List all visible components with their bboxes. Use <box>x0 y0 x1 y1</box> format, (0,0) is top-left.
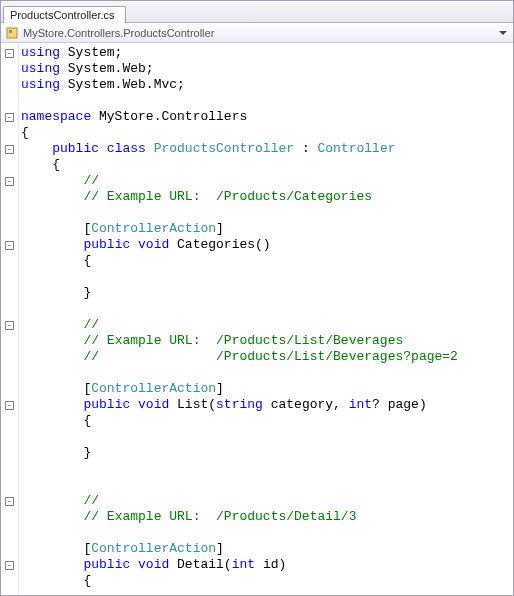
gutter-cell <box>1 125 18 141</box>
gutter-cell <box>1 525 18 541</box>
gutter-cell <box>1 205 18 221</box>
code-line[interactable]: { <box>21 413 513 429</box>
gutter-cell: - <box>1 493 18 509</box>
gutter-cell <box>1 301 18 317</box>
code-editor[interactable]: --------- using System;using System.Web;… <box>1 43 513 595</box>
gutter-cell <box>1 445 18 461</box>
gutter-cell: - <box>1 173 18 189</box>
code-line[interactable] <box>21 589 513 595</box>
gutter-cell <box>1 429 18 445</box>
code-line[interactable]: { <box>21 573 513 589</box>
gutter-cell <box>1 285 18 301</box>
code-line[interactable]: using System; <box>21 45 513 61</box>
code-line[interactable]: // <box>21 173 513 189</box>
code-line[interactable]: // /Products/List/Beverages?page=2 <box>21 349 513 365</box>
code-line[interactable]: public void List(string category, int? p… <box>21 397 513 413</box>
gutter-cell <box>1 461 18 477</box>
code-area[interactable]: using System;using System.Web;using Syst… <box>19 43 513 595</box>
code-line[interactable] <box>21 429 513 445</box>
gutter-cell <box>1 349 18 365</box>
navigation-bar[interactable]: MyStore.Controllers.ProductsController <box>1 23 513 43</box>
gutter-cell <box>1 541 18 557</box>
code-line[interactable] <box>21 477 513 493</box>
gutter-cell <box>1 221 18 237</box>
gutter-cell <box>1 253 18 269</box>
navigation-path: MyStore.Controllers.ProductsController <box>23 27 214 39</box>
class-icon <box>5 26 19 40</box>
gutter-cell <box>1 477 18 493</box>
code-line[interactable] <box>21 365 513 381</box>
file-tab[interactable]: ProductsController.cs <box>3 6 126 23</box>
code-line[interactable]: [ControllerAction] <box>21 381 513 397</box>
code-line[interactable]: // Example URL: /Products/Categories <box>21 189 513 205</box>
code-line[interactable]: { <box>21 125 513 141</box>
fold-toggle-icon[interactable]: - <box>5 401 14 410</box>
gutter-cell <box>1 589 18 596</box>
code-line[interactable] <box>21 461 513 477</box>
code-line[interactable]: } <box>21 285 513 301</box>
code-line[interactable]: } <box>21 445 513 461</box>
gutter-cell: - <box>1 141 18 157</box>
gutter-cell <box>1 269 18 285</box>
code-line[interactable]: // <box>21 493 513 509</box>
code-line[interactable]: using System.Web; <box>21 61 513 77</box>
gutter-cell <box>1 333 18 349</box>
gutter-cell <box>1 573 18 589</box>
code-line[interactable]: public void Detail(int id) <box>21 557 513 573</box>
fold-toggle-icon[interactable]: - <box>5 241 14 250</box>
gutter-cell: - <box>1 45 18 61</box>
svg-rect-1 <box>9 30 12 33</box>
code-line[interactable]: { <box>21 157 513 173</box>
code-line[interactable]: // <box>21 317 513 333</box>
gutter-cell <box>1 61 18 77</box>
code-line[interactable]: [ControllerAction] <box>21 541 513 557</box>
code-line[interactable] <box>21 93 513 109</box>
code-line[interactable] <box>21 301 513 317</box>
gutter-cell <box>1 189 18 205</box>
fold-toggle-icon[interactable]: - <box>5 145 14 154</box>
fold-toggle-icon[interactable]: - <box>5 49 14 58</box>
fold-toggle-icon[interactable]: - <box>5 113 14 122</box>
gutter-cell <box>1 509 18 525</box>
gutter-cell: - <box>1 109 18 125</box>
code-line[interactable] <box>21 205 513 221</box>
gutter-cell <box>1 157 18 173</box>
gutter-cell: - <box>1 397 18 413</box>
file-tab-label: ProductsController.cs <box>10 9 115 21</box>
fold-toggle-icon[interactable]: - <box>5 177 14 186</box>
code-line[interactable]: { <box>21 253 513 269</box>
fold-toggle-icon[interactable]: - <box>5 561 14 570</box>
dropdown-arrow-icon[interactable] <box>499 31 507 35</box>
code-line[interactable]: [ControllerAction] <box>21 221 513 237</box>
code-line[interactable] <box>21 525 513 541</box>
gutter-cell <box>1 381 18 397</box>
code-line[interactable]: namespace MyStore.Controllers <box>21 109 513 125</box>
code-line[interactable]: public class ProductsController : Contro… <box>21 141 513 157</box>
code-line[interactable] <box>21 269 513 285</box>
gutter-cell <box>1 413 18 429</box>
fold-toggle-icon[interactable]: - <box>5 497 14 506</box>
gutter-cell <box>1 365 18 381</box>
fold-toggle-icon[interactable]: - <box>5 321 14 330</box>
fold-gutter[interactable]: --------- <box>1 43 19 595</box>
gutter-cell <box>1 93 18 109</box>
gutter-cell: - <box>1 237 18 253</box>
code-line[interactable]: using System.Web.Mvc; <box>21 77 513 93</box>
code-line[interactable]: // Example URL: /Products/Detail/3 <box>21 509 513 525</box>
tab-bar: ProductsController.cs <box>1 1 513 23</box>
gutter-cell <box>1 77 18 93</box>
gutter-cell: - <box>1 557 18 573</box>
gutter-cell: - <box>1 317 18 333</box>
code-line[interactable]: // Example URL: /Products/List/Beverages <box>21 333 513 349</box>
code-line[interactable]: public void Categories() <box>21 237 513 253</box>
